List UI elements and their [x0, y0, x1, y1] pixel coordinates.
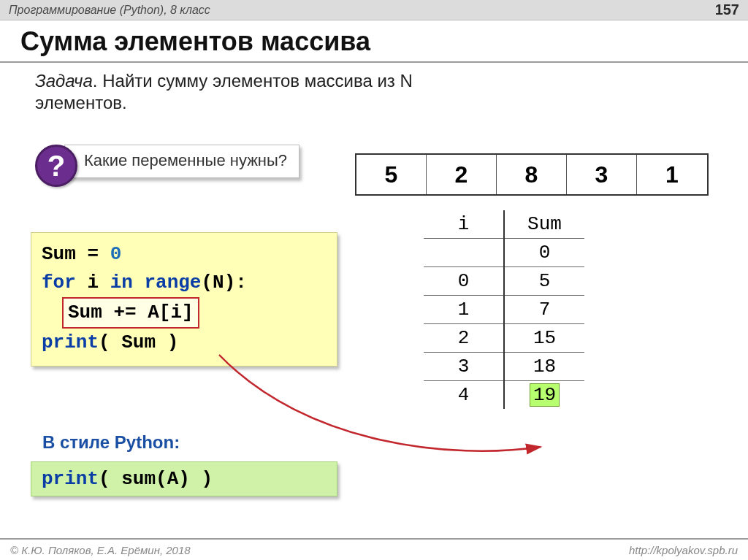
question-mark-icon: ?	[35, 145, 77, 187]
footer-bar: © К.Ю. Поляков, Е.А. Ерёмин, 2018 http:/…	[0, 538, 748, 560]
code-token: Sum =	[42, 243, 110, 265]
trace-sum-final: 19	[504, 381, 584, 410]
code-block-main: Sum = 0 for i in range(N): Sum += A[i] p…	[31, 232, 337, 367]
trace-sum: 15	[504, 324, 584, 353]
code-token: range	[133, 272, 202, 294]
footer-copyright: © К.Ю. Поляков, Е.А. Ерёмин, 2018	[10, 544, 191, 556]
code-token: i	[76, 272, 110, 294]
python-style-label: В стиле Python:	[42, 432, 180, 453]
trace-i	[424, 239, 504, 267]
code-highlight-box: Sum += A[i]	[62, 297, 199, 329]
trace-header-sum: Sum	[504, 210, 584, 239]
code-token: ( Sum )	[99, 331, 178, 353]
header-bar: Программирование (Python), 8 класс 157	[0, 0, 748, 20]
trace-table: iSum 0 05 17 215 318 419	[424, 210, 584, 409]
page-number: 157	[715, 1, 739, 18]
array-cell: 2	[427, 155, 497, 194]
slide-title: Сумма элементов массива	[0, 20, 748, 58]
footer-url: http://kpolyakov.spb.ru	[629, 544, 738, 556]
trace-sum: 7	[504, 296, 584, 324]
trace-i: 0	[424, 267, 504, 296]
trace-sum: 0	[504, 239, 584, 267]
array-cell: 5	[356, 155, 427, 194]
array-cell: 8	[497, 155, 567, 194]
task-label: Задача	[35, 71, 93, 91]
trace-i: 3	[424, 353, 504, 381]
code-token: ( sum(A) )	[99, 468, 213, 490]
array-values: 5 2 8 3 1	[355, 153, 709, 196]
trace-sum: 5	[504, 267, 584, 296]
code-token: for	[42, 272, 76, 294]
array-cell: 3	[567, 155, 637, 194]
trace-i: 2	[424, 324, 504, 353]
question-callout: ? Какие переменные нужны?	[35, 145, 299, 187]
trace-sum-highlight: 19	[530, 383, 560, 407]
code-token: (N):	[201, 272, 246, 294]
trace-sum: 18	[504, 353, 584, 381]
task-text: Задача. Найти сумму элементов массива из…	[0, 70, 468, 114]
code-block-pythonic: print( sum(A) )	[31, 461, 337, 496]
code-token: print	[42, 468, 99, 490]
question-text: Какие переменные нужны?	[64, 145, 299, 178]
array-cell: 1	[637, 155, 707, 194]
code-token: print	[42, 331, 99, 353]
trace-i: 1	[424, 296, 504, 324]
code-token: in	[110, 272, 133, 294]
code-token: 0	[110, 243, 122, 265]
trace-header-i: i	[424, 210, 504, 239]
title-divider	[0, 61, 748, 63]
header-left: Программирование (Python), 8 класс	[9, 4, 210, 17]
trace-i: 4	[424, 381, 504, 410]
